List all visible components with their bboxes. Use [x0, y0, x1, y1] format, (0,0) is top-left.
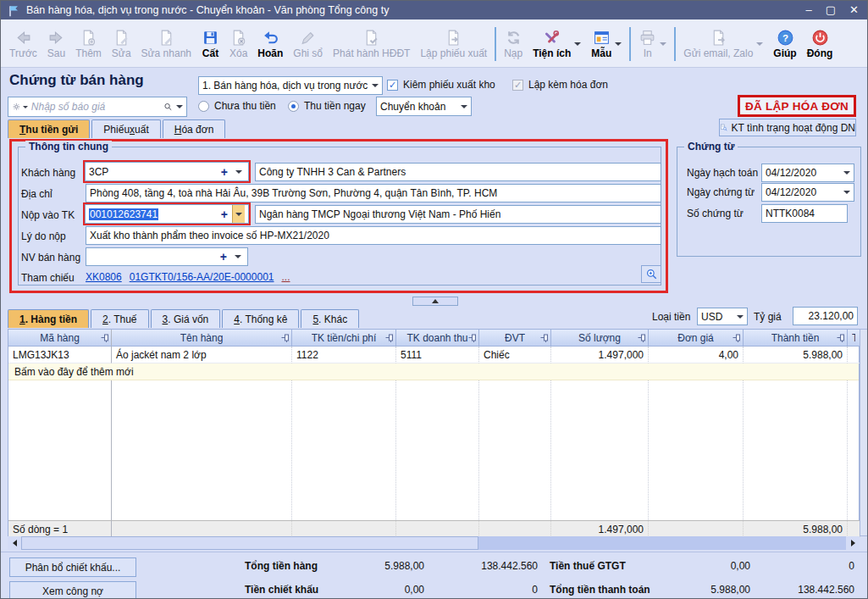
salesperson-combo[interactable]: + [86, 247, 248, 266]
payment-method-select[interactable]: Chuyển khoản [376, 97, 472, 116]
customer-name-input[interactable]: Công ty TNHH 3 Can & Partners [255, 163, 661, 181]
tab-detail-2[interactable]: 3. Giá vốn [151, 309, 221, 328]
posting-date-picker[interactable]: 04/12/2020 [761, 164, 854, 182]
grid-cell[interactable]: LMG13JK13 [8, 347, 112, 363]
close-button-label: Đóng [807, 47, 833, 59]
tab-detail-3[interactable]: 4. Thống kê [222, 309, 299, 328]
column-header-3[interactable]: TK doanh thu [396, 330, 479, 347]
dropdown-button[interactable] [232, 205, 245, 223]
tab-detail-4[interactable]: 5. Khác [301, 309, 359, 328]
footer-divider [1, 552, 868, 552]
issue-einvoice-button[interactable]: Phát hành HĐĐT [328, 21, 415, 67]
reference-link-invoice[interactable]: 01GTKT0/156-AA/20E-0000001 [130, 271, 274, 283]
reference-links: XK0806 01GTKT0/156-AA/20E-0000001 ... [86, 271, 290, 283]
grid-cell[interactable]: 5.988,00 [744, 347, 848, 363]
currency-select[interactable]: USD [697, 308, 748, 325]
column-header-1[interactable]: Tên hàng [112, 330, 292, 347]
delete-button[interactable]: Xóa [224, 21, 252, 67]
tab-doc-2[interactable]: Hóa đơn [163, 119, 226, 138]
summary-cell: 5.988,00 [744, 520, 848, 537]
print-button[interactable]: In [633, 21, 672, 67]
voucher-type-select[interactable]: 1. Bán hàng hóa, dịch vụ trong nước [198, 76, 383, 95]
column-header-0[interactable]: Mã hàng [8, 330, 112, 347]
scroll-thumb[interactable] [21, 536, 478, 550]
quote-search-input[interactable] [31, 101, 163, 113]
summary-cell [649, 520, 744, 537]
add-new-plus-icon[interactable]: + [220, 251, 227, 263]
allocate-discount-button[interactable]: Phân bổ chiết khấu... [9, 557, 136, 577]
checkbox-lap-kem-hoa-don[interactable]: ✓ Lập kèm hóa đơn [512, 79, 608, 91]
radio-thu-tien-ngay[interactable]: Thu tiền ngay [288, 100, 366, 112]
scroll-right-arrow[interactable] [846, 536, 860, 550]
reason-input[interactable]: Xuất kho thành phẩm theo invoice số HP-M… [86, 226, 661, 245]
minimize-button[interactable]: – [806, 1, 812, 19]
search-icon[interactable] [163, 101, 173, 113]
grid-cell[interactable]: 4,00 [649, 347, 744, 363]
edit-button[interactable]: Sửa [107, 21, 136, 67]
add-new-plus-icon[interactable]: + [221, 208, 228, 220]
add-button[interactable]: Thêm [70, 21, 107, 67]
quote-search-box[interactable] [8, 97, 187, 117]
column-header-8[interactable]: Thành [848, 330, 860, 347]
undo-button[interactable]: Hoãn [252, 21, 288, 67]
deposit-account-combo[interactable]: 001012623741 + [85, 204, 249, 224]
voucher-date-picker[interactable]: 04/12/2020 [761, 183, 854, 202]
kt-business-status-button[interactable]: KT tình trạng hoạt động DN [719, 119, 856, 136]
column-header-7[interactable]: Thành tiền [744, 330, 848, 347]
reference-link-more[interactable]: ... [281, 271, 290, 283]
gear-icon[interactable] [12, 101, 21, 113]
tab-doc-0[interactable]: Thu tiền gửi [8, 119, 90, 138]
grid-cell[interactable]: 5111 [396, 347, 479, 363]
horizontal-scrollbar[interactable] [8, 536, 860, 550]
grid-cell[interactable]: Chiếc [479, 347, 551, 363]
exchange-rate-input[interactable]: 23.120,00 [793, 307, 858, 325]
empty-cell [744, 380, 848, 520]
column-header-6[interactable]: Đơn giá [649, 330, 744, 347]
vertical-scrollbar[interactable] [860, 329, 868, 536]
zoom-in-icon [645, 268, 658, 280]
column-header-2[interactable]: TK tiền/chi phí [292, 330, 396, 347]
customer-code-combo[interactable]: 3CP + [85, 162, 249, 181]
close-button[interactable]: Đóng [802, 21, 838, 67]
forward-button[interactable]: Sau [42, 21, 70, 67]
maximize-button[interactable]: ▢ [826, 1, 836, 19]
dropdown-button[interactable] [232, 163, 245, 180]
post-button[interactable]: Ghi sổ [288, 21, 328, 67]
field-label-dia-chi: Địa chỉ [21, 188, 53, 200]
grid-cell[interactable]: 1122 [292, 347, 396, 363]
help-button[interactable]: ?Giúp [768, 21, 801, 67]
grid-cell[interactable] [848, 347, 860, 363]
view-receivables-button[interactable]: Xem công nợ [9, 581, 136, 599]
voucher-number-input[interactable]: NTTK0084 [761, 204, 848, 223]
column-header-4[interactable]: ĐVT [479, 330, 551, 347]
column-header-5[interactable]: Số lượng [551, 330, 649, 347]
scroll-left-arrow[interactable] [8, 536, 21, 550]
template-button[interactable]: Mẫu [586, 21, 627, 67]
add-new-row[interactable]: Bấm vào đây để thêm mới [8, 363, 859, 380]
forward-button-label: Sau [47, 47, 65, 59]
collapse-splitter-button[interactable] [412, 297, 458, 306]
bank-name-input[interactable]: Ngân hàng TMCP Ngoại thương Việt Nam - P… [255, 205, 661, 224]
tab-doc-1[interactable]: Phiếu xuất [91, 119, 160, 138]
close-window-button[interactable]: ✕ [849, 1, 859, 19]
grid-cell[interactable]: 1.497,000 [551, 347, 649, 363]
zoom-reference-button[interactable] [641, 265, 661, 283]
radio-chua-thu-tien[interactable]: Chưa thu tiền [198, 100, 276, 112]
general-info-legend: Thông tin chung [25, 141, 112, 153]
utilities-button[interactable]: Tiện ích [528, 21, 586, 67]
reload-button[interactable]: Nạp [499, 21, 528, 67]
quick-edit-button[interactable]: Sửa nhanh [136, 21, 196, 67]
add-new-plus-icon[interactable]: + [221, 166, 228, 178]
create-export-slip-button[interactable]: Lập phiếu xuất [415, 21, 492, 67]
checkbox-kiem-phieu-xuat-kho[interactable]: ✓ Kiêm phiếu xuất kho [387, 79, 495, 91]
reference-link-xk0806[interactable]: XK0806 [86, 271, 122, 283]
dropdown-button[interactable] [231, 248, 244, 265]
send-email-button[interactable]: Gửi email, Zalo [678, 21, 768, 67]
highlight-customer-combo: 3CP + [83, 160, 251, 183]
save-button[interactable]: Cất [196, 21, 224, 67]
tab-detail-1[interactable]: 2. Thuế [91, 309, 149, 328]
grid-cell[interactable]: Áo jackét nam 2 lớp [112, 347, 292, 363]
back-button[interactable]: Trước [4, 21, 42, 67]
address-input[interactable]: Phòng 408, tầng 4, toà nhà Hải Âu, 39B T… [86, 184, 661, 202]
tab-detail-0[interactable]: 1. Hàng tiền [8, 309, 89, 328]
